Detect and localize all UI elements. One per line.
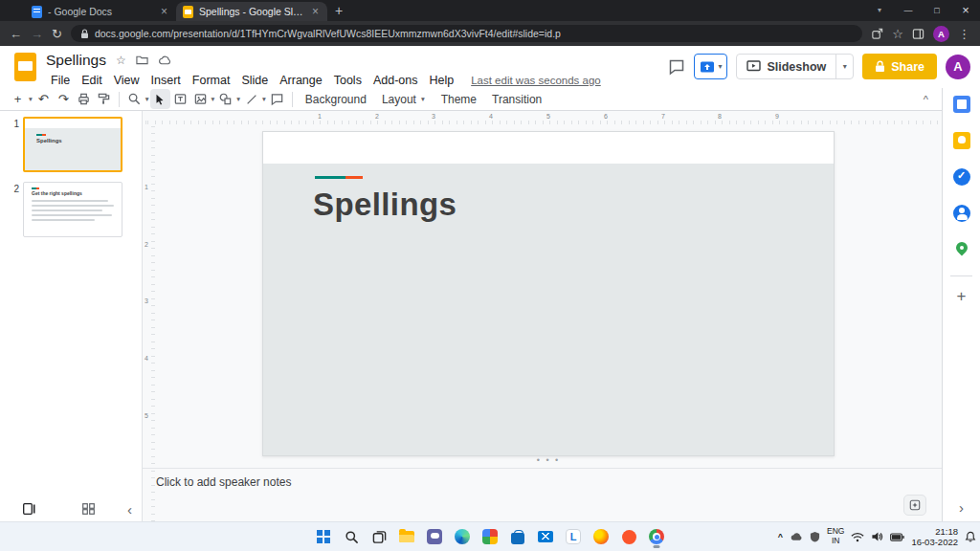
grid-view-icon[interactable] [82,503,95,515]
maximize-button[interactable]: □ [923,0,951,21]
select-tool[interactable] [150,89,170,109]
address-bar[interactable]: docs.google.com/presentation/d/1TfHYmCrW… [71,25,862,42]
battery-icon[interactable] [890,533,904,541]
browser-profile-avatar[interactable]: A [933,26,949,42]
menu-help[interactable]: Help [423,74,459,87]
account-avatar[interactable]: A [946,55,970,79]
slide-title-text[interactable]: Spellings [313,187,457,223]
menu-tools[interactable]: Tools [328,74,368,87]
hide-side-panel-icon[interactable]: › [943,499,980,516]
new-slide-button[interactable]: + [8,89,28,109]
browser-tab-google-slides[interactable]: Spellings - Google Slides × [176,2,327,21]
notes-resize-handle[interactable]: • • • [262,455,835,465]
brave-icon[interactable] [617,525,640,548]
notification-bell-icon[interactable] [965,531,976,542]
slides-logo[interactable] [14,53,36,81]
back-button[interactable]: ← [10,28,22,40]
menu-slide[interactable]: Slide [235,74,274,87]
zoom-button[interactable] [124,89,145,109]
close-button[interactable]: × [951,0,980,21]
slideshow-options-caret[interactable]: ▾ [835,55,853,78]
calendar-icon[interactable] [953,96,970,113]
line-tool[interactable] [241,89,261,109]
bookmark-star-icon[interactable]: ☆ [892,28,903,40]
shape-tool[interactable] [215,89,235,109]
background-button[interactable]: Background [298,89,374,109]
browser-tab-google-docs[interactable]: - Google Docs × [25,2,176,21]
file-explorer-icon[interactable] [395,525,418,548]
transition-button[interactable]: Transition [484,89,549,109]
contacts-icon[interactable] [953,205,970,222]
menu-addons[interactable]: Add-ons [368,74,424,87]
menu-format[interactable]: Format [187,74,236,87]
start-button[interactable] [312,525,335,548]
slide-editor[interactable]: Spellings [262,131,835,456]
wifi-icon[interactable] [851,532,864,542]
menu-file[interactable]: File [46,74,76,87]
line-caret-icon[interactable]: ▾ [262,95,266,103]
microsoft-store-icon[interactable] [506,525,529,548]
tab-close-icon[interactable]: × [310,6,321,17]
comment-history-icon[interactable] [668,58,685,76]
document-status-cloud-icon[interactable] [158,55,171,65]
mail-icon[interactable] [534,525,557,548]
volume-icon[interactable] [871,531,883,542]
onedrive-tray-icon[interactable] [790,532,803,541]
new-slide-caret-icon[interactable]: ▾ [29,95,33,103]
forward-button[interactable]: → [31,28,43,40]
new-tab-button[interactable]: + [327,2,350,21]
undo-button[interactable]: ↶ [33,89,54,109]
taskbar-clock[interactable]: 21:18 16-03-2022 [911,526,958,548]
collapse-toolbar-icon[interactable]: ^ [924,94,934,105]
minimize-button[interactable]: — [894,0,923,21]
collapse-filmstrip-icon[interactable]: ‹ [127,501,132,518]
firefox-icon[interactable] [590,525,612,548]
menu-edit[interactable]: Edit [76,74,108,87]
move-to-folder-icon[interactable] [136,55,148,65]
tab-close-icon[interactable]: × [159,6,169,17]
insert-comment-tool[interactable] [267,89,287,109]
explore-button[interactable] [903,495,926,516]
shape-caret-icon[interactable]: ▾ [236,95,240,103]
filmstrip-view-icon[interactable] [23,503,36,515]
security-tray-icon[interactable] [810,531,820,542]
add-addon-button[interactable]: + [943,287,980,306]
maps-icon[interactable] [953,241,970,258]
app-l-icon[interactable]: L [562,525,585,548]
slideshow-button[interactable]: Slideshow [737,55,835,78]
present-to-meeting-button[interactable]: ▾ [694,54,727,79]
keep-icon[interactable] [953,132,970,149]
slide-1-thumbnail[interactable]: Spellings [23,117,122,172]
theme-button[interactable]: Theme [434,89,484,109]
document-title[interactable]: Spellings [46,52,106,69]
browser-menu-icon[interactable]: ⋮ [958,28,970,40]
layout-button[interactable]: Layout ▾ [374,89,434,109]
menu-view[interactable]: View [108,74,145,87]
speaker-notes-placeholder[interactable]: Click to add speaker notes [156,475,291,489]
text-box-tool[interactable] [170,89,190,109]
teams-chat-icon[interactable] [423,525,446,548]
menu-insert[interactable]: Insert [145,74,187,87]
menu-arrange[interactable]: Arrange [274,74,327,87]
edge-icon[interactable] [451,525,474,548]
zoom-caret-icon[interactable]: ▾ [145,95,149,103]
print-button[interactable] [74,89,94,109]
reload-button[interactable]: ↻ [52,28,62,40]
share-button[interactable]: Share [862,54,937,79]
redo-button[interactable]: ↷ [54,89,74,109]
paint-format-button[interactable] [94,89,114,109]
hidden-icons-chevron[interactable]: ^ [778,532,783,541]
language-indicator[interactable]: ENG IN [827,527,844,546]
tasks-icon[interactable] [953,168,970,186]
chrome-icon[interactable] [645,525,668,548]
star-document-icon[interactable]: ☆ [116,55,126,66]
slide-2-thumbnail[interactable]: Get the right spellings [23,182,122,237]
side-panel-icon[interactable] [912,28,924,40]
insert-image-tool[interactable] [190,89,211,109]
task-view-icon[interactable] [368,525,390,548]
photos-icon[interactable] [479,525,501,548]
share-page-icon[interactable] [871,28,883,40]
taskbar-search-icon[interactable] [340,525,363,548]
image-caret-icon[interactable]: ▾ [212,95,215,103]
tab-search-chevron-icon[interactable]: ▾ [865,0,894,21]
